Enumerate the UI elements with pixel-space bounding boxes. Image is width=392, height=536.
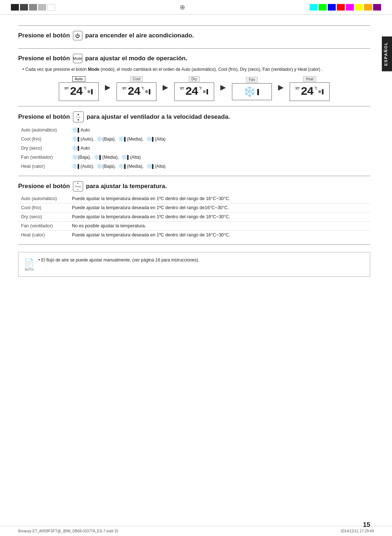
swatch-blue	[328, 4, 336, 11]
fan-desc-dry: ❄️▌Auto	[69, 143, 370, 153]
arrow-3: ▶	[220, 83, 226, 94]
section-fan: Presione el botón ▲ Fan ▼ para ajustar e…	[18, 106, 370, 176]
section-power: Presione el botón ⏻ para encender el air…	[18, 25, 370, 48]
arrow-4: ▶	[278, 83, 283, 94]
mode-heat: Heat SET 24 °c ❄️ ▌	[284, 76, 335, 101]
section4-heading-rest: para ajustar la temperatura.	[86, 183, 167, 190]
fan-row-dry: Dry (seco) ❄️▌Auto	[18, 143, 370, 153]
swatch-white	[47, 4, 55, 11]
arrow-2: ▶	[163, 83, 168, 94]
temp-mode-fan: Fan (ventilador)	[18, 222, 69, 231]
mode-auto-label: Auto	[72, 76, 86, 82]
mode-heat-lcd: SET 24 °c ❄️ ▌	[290, 82, 330, 101]
swatch-orange	[364, 4, 372, 11]
mode-dry: Dry SET 24 °c ❄️ ▌	[169, 76, 220, 101]
mode-fan-lcd: ❄️ ▌	[232, 83, 272, 100]
crosshair: ⊕	[55, 3, 310, 11]
note-box: 📄 NOTA • El flujo de aire se puede ajust…	[18, 252, 370, 277]
fan-desc-fan: ❄️(Baja), ❄️▌(Media), ❄️▌(Alta)	[69, 153, 370, 162]
temp-row-fan: Fan (ventilador) No es posible ajustar l…	[18, 222, 370, 231]
temp-button-icon: + Temp −	[73, 181, 83, 191]
section-mode: Presione el botón Mode para ajustar el m…	[18, 48, 370, 106]
fan-mode-heat: Heat (calor)	[18, 162, 69, 171]
page-content: Presione el botón ⏻ para encender el air…	[0, 15, 392, 288]
section-mode-heading: Presione el botón Mode para ajustar el m…	[18, 54, 370, 63]
section-fan-heading: Presione el botón ▲ Fan ▼ para ajustar e…	[18, 111, 370, 122]
section3-heading-rest: para ajustar el ventilador a la velocida…	[87, 113, 230, 121]
section2-bullet: Cada vez que presione el botón Mode (mod…	[23, 66, 370, 73]
temp-mode-heat: Heat (calor)	[18, 231, 69, 240]
mode-cool: Cool SET 24 °c ❄️ ▌	[111, 76, 162, 101]
swatch-light	[38, 4, 46, 11]
mode-cool-label: Cool	[130, 76, 143, 82]
swatch-yellow	[355, 4, 363, 11]
fan-desc-heat: ❄️▌(Auto), ❄️(Baja), ❄️▌(Media), ❄️▌(Alt…	[69, 162, 370, 171]
bottom-separator	[18, 244, 370, 245]
section-temp: Presione el botón + Temp − para ajustar …	[18, 176, 370, 244]
color-bar-left	[11, 4, 55, 11]
page-footer: Boracay ET_AR09FSFT@_IBIM_DB68-03377A_ES…	[0, 526, 392, 536]
swatch-green	[319, 4, 327, 11]
fan-mode-cool: Cool (frío)	[18, 134, 69, 143]
section-temp-heading: Presione el botón + Temp − para ajustar …	[18, 181, 370, 191]
temp-row-auto: Auto (automático) Puede ajustar la tempe…	[18, 194, 370, 203]
swatch-black	[11, 4, 19, 11]
swatch-purple	[373, 4, 381, 11]
fan-mode-dry: Dry (seco)	[18, 143, 69, 153]
mode-fan-label: Fan	[246, 77, 257, 82]
page-number: 15	[363, 521, 370, 529]
section2-heading-rest: para ajustar el modo de operación.	[85, 55, 188, 62]
temp-desc-fan: No es posible ajustar la temperatura.	[69, 222, 370, 231]
mode-auto: Auto SET 24 °c ❄️ ▌	[53, 76, 104, 101]
footer-left: Boracay ET_AR09FSFT@_IBIM_DB68-03377A_ES…	[18, 529, 118, 533]
swatch-magenta	[346, 4, 354, 11]
section1-heading-rest: para encender el aire acondicionado.	[85, 32, 194, 39]
fan-speed-table: Auto (automático) ❄️▌Auto Cool (frío) ❄️…	[18, 125, 370, 171]
note-icon: 📄	[24, 258, 34, 268]
temp-desc-cool: Puede ajustar la temperatura deseada en …	[69, 203, 370, 212]
temp-desc-auto: Puede ajustar la temperatura deseada en …	[69, 194, 370, 203]
temp-desc-dry: Puede ajustar la temperatura deseada en …	[69, 212, 370, 222]
section4-heading-text: Presione el botón	[18, 183, 70, 190]
arrow-1: ▶	[105, 83, 110, 94]
section1-heading-text: Presione el botón	[18, 32, 70, 39]
temp-row-dry: Dry (seco) Puede ajustar la temperatura …	[18, 212, 370, 222]
footer-right: 2014/12/11 17:29:49	[340, 529, 374, 533]
fan-mode-auto: Auto (automático)	[18, 125, 69, 134]
mode-displays-row: Auto SET 24 °c ❄️ ▌ ▶ Cool SET 24 °c ❄️	[18, 76, 370, 101]
fan-row-cool: Cool (frío) ❄️▌(Auto), ❄️(Baja), ❄️▌(Med…	[18, 134, 370, 143]
note-label: NOTA	[25, 268, 33, 271]
note-icon-wrap: 📄 NOTA	[24, 257, 34, 271]
note-text: • El flujo de aire se puede ajustar manu…	[38, 257, 199, 263]
swatch-cyan	[310, 4, 318, 11]
fan-button-icon: ▲ Fan ▼	[73, 111, 84, 122]
fan-mode-fan: Fan (ventilador)	[18, 153, 69, 162]
fan-desc-auto: ❄️▌Auto	[69, 125, 370, 134]
fan-row-heat: Heat (calor) ❄️▌(Auto), ❄️(Baja), ❄️▌(Me…	[18, 162, 370, 171]
color-bar-right	[310, 4, 381, 11]
temp-table: Auto (automático) Puede ajustar la tempe…	[18, 194, 370, 239]
mode-auto-lcd: SET 24 °c ❄️ ▌	[59, 82, 99, 101]
temp-row-heat: Heat (calor) Puede ajustar la temperatur…	[18, 231, 370, 240]
section-power-heading: Presione el botón ⏻ para encender el air…	[18, 31, 370, 40]
mode-fan: Fan ❄️ ▌	[226, 77, 277, 100]
temp-row-cool: Cool (frío) Puede ajustar la temperatura…	[18, 203, 370, 212]
temp-mode-cool: Cool (frío)	[18, 203, 69, 212]
section2-heading-text: Presione el botón	[18, 55, 70, 62]
fan-row-auto: Auto (automático) ❄️▌Auto	[18, 125, 370, 134]
temp-mode-auto: Auto (automático)	[18, 194, 69, 203]
temp-mode-dry: Dry (seco)	[18, 212, 69, 222]
mode-dry-label: Dry	[189, 76, 200, 82]
print-marks-top: ⊕	[0, 0, 392, 15]
note-content: El flujo de aire se puede ajustar manual…	[41, 257, 200, 263]
section3-heading-text: Presione el botón	[18, 113, 70, 121]
power-button-icon: ⏻	[73, 31, 82, 40]
temp-desc-heat: Puede ajustar la temperatura deseada en …	[69, 231, 370, 240]
swatch-gray	[29, 4, 37, 11]
swatch-dark	[20, 4, 28, 11]
fan-desc-cool: ❄️▌(Auto), ❄️(Baja), ❄️▌(Media), ❄️▌(Alt…	[69, 134, 370, 143]
mode-button-icon: Mode	[73, 54, 82, 63]
mode-heat-label: Heat	[303, 76, 316, 82]
mode-dry-lcd: SET 24 °c ❄️ ▌	[174, 82, 214, 101]
mode-cool-lcd: SET 24 °c ❄️ ▌	[117, 82, 156, 101]
